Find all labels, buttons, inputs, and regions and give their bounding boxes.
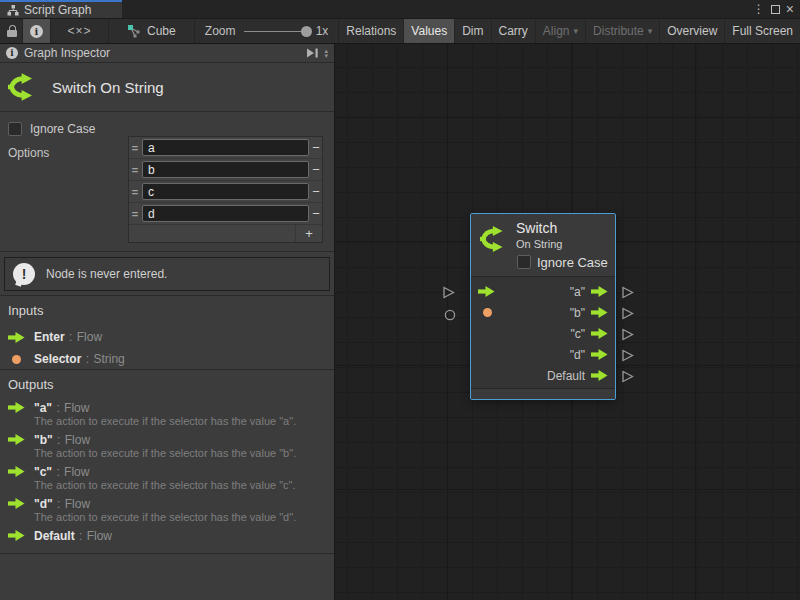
port-name: Enter (34, 330, 65, 344)
port-name: "c" (34, 465, 52, 479)
drag-handle-icon[interactable]: = (129, 137, 141, 158)
switch-on-string-node[interactable]: Switch On String Ignore Case "a" "b" "c" (470, 213, 616, 400)
port-description: The action to execute if the selector ha… (8, 415, 326, 428)
port-type: Flow (64, 401, 89, 415)
overview-button[interactable]: Overview (660, 19, 725, 43)
flow-arrow-icon (8, 466, 25, 477)
option-row: = − (129, 203, 322, 225)
toolbar-right-group: Relations Values Dim Carry Align ▾ Distr… (339, 19, 800, 43)
flow-output-icon[interactable] (591, 328, 608, 339)
zoom-control: Zoom 1x (195, 19, 339, 43)
option-input[interactable] (142, 161, 309, 178)
drag-handle-icon[interactable]: = (129, 159, 141, 180)
remove-option-button[interactable]: − (310, 203, 322, 224)
lock-button[interactable] (0, 19, 23, 43)
port-name: "a" (34, 401, 52, 415)
drag-handle-icon[interactable]: = (129, 181, 141, 202)
values-button[interactable]: Values (404, 19, 455, 43)
dock-panel-icon[interactable] (306, 48, 319, 58)
carry-button[interactable]: Carry (492, 19, 536, 43)
ignore-case-checkbox[interactable] (517, 255, 531, 269)
node-subtitle: On String (516, 238, 562, 250)
flow-output-icon[interactable] (591, 370, 608, 381)
node-title: Switch (516, 220, 557, 236)
output-connection-stub-icon[interactable] (621, 285, 634, 303)
window-maximize-icon[interactable] (771, 5, 780, 14)
spinner-down-icon[interactable]: ▾ (324, 53, 328, 58)
graph-canvas[interactable]: Switch On String Ignore Case "a" "b" "c" (336, 44, 800, 600)
port-description: The action to execute if the selector ha… (8, 479, 326, 492)
panel-spinner[interactable]: ▴ ▾ (324, 48, 328, 58)
align-dropdown[interactable]: Align ▾ (536, 19, 586, 43)
output-connection-stub-icon[interactable] (621, 327, 634, 345)
add-option-button[interactable]: + (295, 225, 322, 242)
drag-handle-icon[interactable]: = (129, 203, 141, 224)
flow-arrow-icon (8, 530, 25, 541)
window-menu-icon[interactable]: ⋮ (753, 3, 765, 15)
option-row: = − (129, 159, 322, 181)
dim-label: Dim (462, 24, 483, 38)
graph-hierarchy-icon (7, 5, 19, 16)
node-header[interactable]: Switch On String Ignore Case (471, 214, 615, 276)
zoom-slider-knob[interactable] (301, 26, 312, 37)
graph-inspector-panel: i Graph Inspector ▴ ▾ (0, 44, 335, 600)
node-port-row: "d" (471, 344, 615, 365)
full-screen-button[interactable]: Full Screen (725, 19, 800, 43)
remove-option-button[interactable]: − (310, 159, 322, 180)
separator: : (56, 401, 59, 415)
option-row: = − (129, 137, 322, 159)
input-port-row: Enter : Flow (8, 326, 326, 348)
flow-output-icon[interactable] (591, 307, 608, 318)
tab-script-graph[interactable]: Script Graph (0, 0, 122, 18)
warning-bubble-icon: ! (13, 263, 36, 286)
inspector-toggle-button[interactable]: i (23, 19, 51, 43)
output-connection-stub-icon[interactable] (621, 348, 634, 366)
flow-output-icon[interactable] (591, 286, 608, 297)
option-input[interactable] (142, 205, 309, 222)
string-port-icon (12, 355, 21, 364)
inspector-header: i Graph Inspector ▴ ▾ (0, 44, 334, 63)
full-screen-label: Full Screen (732, 24, 793, 38)
port-name: Default (34, 529, 75, 543)
dim-button[interactable]: Dim (455, 19, 491, 43)
flow-output-icon[interactable] (591, 349, 608, 360)
edit-script-button[interactable]: <×> (51, 19, 109, 43)
ignore-case-label: Ignore Case (537, 255, 608, 270)
zoom-slider[interactable] (244, 31, 308, 32)
port-type: Flow (64, 465, 89, 479)
port-label: "d" (570, 348, 585, 362)
distribute-dropdown[interactable]: Distribute ▾ (586, 19, 660, 43)
graph-owner-button[interactable]: Cube (109, 19, 195, 43)
port-label: "b" (570, 306, 585, 320)
output-port-row: "c" : Flow The action to execute if the … (8, 464, 326, 492)
ignore-case-checkbox[interactable] (8, 122, 22, 136)
option-input[interactable] (142, 139, 309, 156)
window-close-icon[interactable]: × (786, 2, 794, 16)
selector-connection-stub-icon[interactable] (444, 307, 456, 325)
inputs-section: Inputs Enter : Flow Selector : String (0, 296, 334, 370)
zoom-label: Zoom (205, 24, 236, 38)
overview-label: Overview (667, 24, 717, 38)
warning-text: Node is never entered. (46, 267, 167, 281)
node-footer (471, 388, 615, 399)
flow-arrow-icon (8, 434, 25, 445)
lock-icon (7, 25, 15, 37)
graph-toolbar: i <×> Cube Zoom 1x Relations Values Dim (0, 18, 800, 44)
output-connection-stub-icon[interactable] (621, 369, 634, 387)
relations-button[interactable]: Relations (339, 19, 404, 43)
output-port-row: "b" : Flow The action to execute if the … (8, 432, 326, 460)
option-input[interactable] (142, 183, 309, 200)
port-type: Flow (65, 497, 90, 511)
chevron-down-icon: ▾ (574, 26, 579, 36)
enter-connection-stub-icon[interactable] (442, 285, 455, 303)
enter-port-icon[interactable] (478, 286, 495, 297)
switch-icon (8, 71, 40, 103)
port-description: The action to execute if the selector ha… (8, 447, 326, 460)
output-connection-stub-icon[interactable] (621, 306, 634, 324)
selector-port-icon[interactable] (483, 308, 492, 317)
warning-block: ! Node is never entered. (0, 252, 334, 296)
flow-arrow-icon (8, 332, 25, 343)
remove-option-button[interactable]: − (310, 181, 322, 202)
remove-option-button[interactable]: − (310, 137, 322, 158)
outputs-section: Outputs "a" : Flow The action to execute… (0, 370, 334, 554)
